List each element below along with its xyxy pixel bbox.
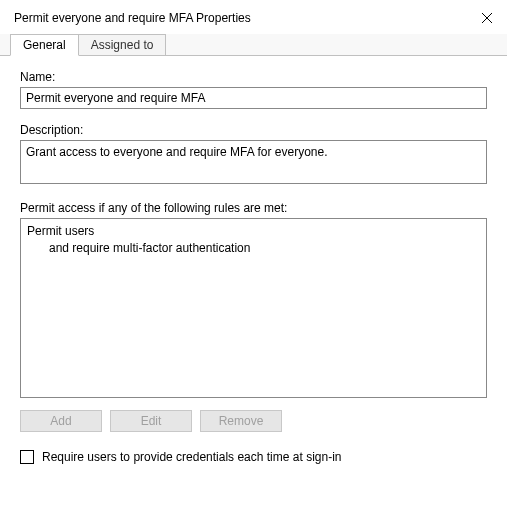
rule-line-2: and require multi-factor authentication [27, 240, 480, 257]
edit-button[interactable]: Edit [110, 410, 192, 432]
description-input[interactable] [20, 140, 487, 184]
require-credentials-label: Require users to provide credentials eac… [42, 450, 341, 464]
add-button[interactable]: Add [20, 410, 102, 432]
rules-field-group: Permit access if any of the following ru… [20, 201, 487, 398]
tab-general[interactable]: General [10, 34, 79, 56]
rules-header-label: Permit access if any of the following ru… [20, 201, 487, 215]
rule-line-1: Permit users [27, 223, 480, 240]
name-field-group: Name: [20, 70, 487, 109]
require-credentials-checkbox[interactable] [20, 450, 34, 464]
name-label: Name: [20, 70, 487, 84]
title-bar: Permit everyone and require MFA Properti… [0, 0, 507, 34]
rules-list[interactable]: Permit users and require multi-factor au… [20, 218, 487, 398]
name-input[interactable] [20, 87, 487, 109]
close-icon [481, 12, 493, 24]
rules-button-row: Add Edit Remove [20, 410, 487, 432]
description-label: Description: [20, 123, 487, 137]
tab-panel-general: Name: Description: Permit access if any … [0, 56, 507, 474]
remove-button[interactable]: Remove [200, 410, 282, 432]
require-credentials-row: Require users to provide credentials eac… [20, 450, 487, 464]
close-button[interactable] [477, 8, 497, 28]
tab-strip: General Assigned to [0, 34, 507, 56]
window-title: Permit everyone and require MFA Properti… [14, 11, 251, 25]
description-field-group: Description: [20, 123, 487, 187]
tab-assigned-to[interactable]: Assigned to [78, 34, 167, 55]
